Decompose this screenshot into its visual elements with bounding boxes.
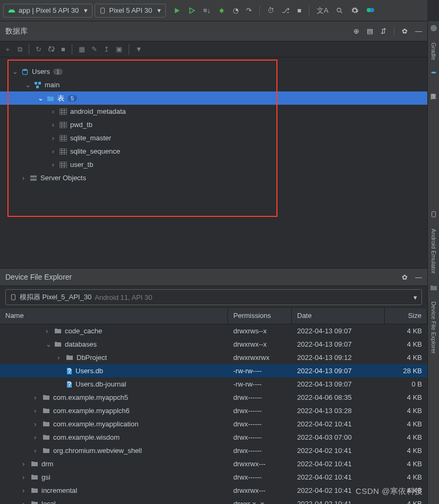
layout-icon[interactable]: ▤ [367,27,373,35]
chevron-down-icon: ⌄ [37,94,44,102]
table-row[interactable]: ›DbProjectdrwxrwxrwx2022-04-13 09:124 KB [0,351,427,364]
run-icon[interactable] [173,7,181,14]
file-name: com.example.wisdom [53,433,120,441]
count-badge: 1 [53,69,63,75]
col-perm[interactable]: Permissions [228,308,292,324]
file-date: 2022-04-03 07:00 [292,433,385,441]
file-name: incremental [41,486,77,494]
file-perm: drwx------ [228,420,292,428]
upload-icon[interactable]: ↥ [104,45,109,53]
file-date: 2022-04-13 09:07 [292,327,385,335]
tree-node-table[interactable]: ›pwd_tb [0,118,427,131]
file-name: Users.db [75,367,103,375]
table-row[interactable]: ›gsidrwx------2022-04-02 10:414 KB [0,471,427,484]
add-icon[interactable]: ＋ [4,45,11,54]
tree-node-table[interactable]: ›user_tb [0,158,427,171]
col-size[interactable]: Size [385,308,427,324]
gear-icon[interactable]: ✿ [402,27,408,35]
svg-rect-11 [36,86,39,88]
chevron-right-icon: › [50,107,56,115]
folder-icon [31,488,38,493]
step-icon[interactable]: ≡↓ [203,6,210,14]
file-size: 4 KB [385,354,427,362]
run-config-dropdown[interactable]: app | Pixel 5 API 30 ▾ [3,4,92,18]
table-row[interactable]: ›org.chromium.webview_shelldrwx------202… [0,444,427,457]
stop-icon[interactable]: ■ [297,6,301,14]
brand-icon[interactable] [366,6,374,14]
separator [309,5,309,16]
settings-icon[interactable] [351,6,359,14]
table-row[interactable]: ›com.example.myapplch6drwx------2022-04-… [0,404,427,417]
git-icon[interactable]: ⎇ [282,6,290,14]
file-perm: -rw-rw---- [228,367,292,375]
tree-node-table[interactable]: ›sqlite_master [0,131,427,145]
table-row[interactable]: ›com.example.myappch5drwx------2022-04-0… [0,391,427,404]
tree-node-users[interactable]: ⌄ Users 1 [0,65,427,78]
table-row[interactable]: ›code_cachedrwxrws--x2022-04-13 09:074 K… [0,324,427,338]
folder-icon [54,341,62,347]
attach-icon[interactable]: ↷ [246,6,252,14]
folder-icon [43,448,50,453]
speed-icon[interactable]: ⏱ [267,6,274,14]
chevron-down-icon: ▾ [84,6,88,14]
chevron-icon: › [22,486,28,494]
tree-node-main[interactable]: ⌄ main [0,78,427,91]
svg-point-4 [337,8,341,12]
sync-icon[interactable]: 🗘 [48,45,55,53]
file-name: local [41,500,56,504]
file-perm: drwx------ [228,393,292,401]
file-name: drm [41,460,53,468]
debug-icon[interactable] [218,7,225,14]
chevron-right-icon: › [50,134,56,142]
table-row[interactable]: ›com.example.wisdomdrwx------2022-04-03 … [0,431,427,444]
copy-icon[interactable]: ⧉ [18,45,22,54]
tree-node-tables-folder[interactable]: ⌄ 表 5 [0,91,427,105]
svg-rect-22 [60,135,67,141]
sidetab-gradle[interactable]: Gradle [430,43,437,60]
sidetab-dfe[interactable]: Device File Explorer [430,301,437,354]
search-icon[interactable] [336,7,343,14]
tree-node-table[interactable]: ›sqlite_sequence [0,145,427,158]
target-icon[interactable]: ⊕ [353,27,359,35]
console-icon[interactable]: ▣ [116,45,122,53]
svg-rect-12 [60,108,67,115]
device-selector[interactable]: 模拟器 Pixel_5_API_30 Android 11, API 30 ▾ [5,289,422,305]
count-badge: 5 [67,95,77,102]
table-row[interactable]: ›com.example.myapplicationdrwx------2022… [0,417,427,431]
translate-icon[interactable]: 文A [317,6,328,15]
svg-rect-37 [30,175,37,178]
minimize-icon[interactable]: — [415,273,422,281]
table-row[interactable]: ?Users.db-rw-rw----2022-04-13 09:0728 KB [0,364,427,377]
right-sidebar: Gradle 数据库 Android Emulator Device File … [427,21,439,504]
filter-icon[interactable]: ▼ [136,45,142,53]
table-row[interactable]: ›localdrwxr-x--x2022-04-02 10:414 KB [0,497,427,504]
collapse-icon[interactable]: ⇵ [381,27,386,35]
profiler-icon[interactable]: ◔ [233,6,239,14]
dfe-panel-header: Device File Explorer ✿ — [0,268,427,286]
col-date[interactable]: Date [292,308,385,324]
table-header: Name Permissions Date Size [0,308,427,324]
col-name[interactable]: Name [0,308,228,324]
tree-node-server-objects[interactable]: › Server Objects [0,171,427,184]
minimize-icon[interactable]: — [415,27,422,35]
file-icon: ? [66,367,72,375]
refresh-icon[interactable]: ↻ [36,45,41,53]
table-icon[interactable]: ▦ [79,45,85,53]
sidetab-emulator[interactable]: Android Emulator [430,229,437,274]
coverage-icon[interactable] [188,7,196,14]
svg-text:?: ? [67,367,71,375]
file-name: com.example.myappch5 [53,393,128,401]
chevron-icon: › [22,473,28,481]
file-date: 2022-04-02 10:41 [292,473,385,481]
chevron-down-icon: ▾ [157,6,161,14]
table-row[interactable]: ›drmdrwxrwx---2022-04-02 10:414 KB [0,457,427,471]
folder-icon [430,284,437,291]
table-row[interactable]: ⌄databasesdrwxrwx--x2022-04-13 09:074 KB [0,338,427,351]
device-dropdown[interactable]: Pixel 5 API 30 ▾ [95,4,166,18]
table-row[interactable]: ?Users.db-journal-rw-rw----2022-04-13 09… [0,377,427,391]
gear-icon[interactable]: ✿ [402,273,408,281]
edit-icon[interactable]: ✎ [91,45,97,53]
file-size: 4 KB [385,500,427,504]
tree-node-table[interactable]: ›android_metadata [0,105,427,118]
stop-icon[interactable]: ■ [61,45,65,53]
